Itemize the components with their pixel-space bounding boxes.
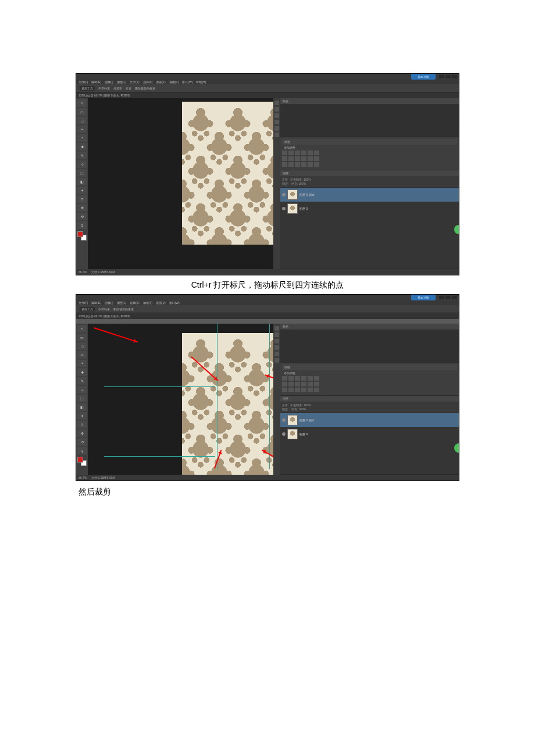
window-controls[interactable] — [439, 296, 457, 299]
eyedropper-tool[interactable]: ⌖ — [77, 360, 87, 367]
visibility-icon[interactable] — [282, 207, 286, 210]
layer-row[interactable]: 图层 0 副本 — [280, 188, 459, 202]
panel-icon[interactable] — [274, 345, 279, 350]
shape-tool[interactable]: ✥ — [77, 429, 87, 437]
eraser-tool[interactable]: ⬚ — [77, 395, 87, 402]
adjustments-panel[interactable]: 调整 添加调整 — [280, 363, 459, 396]
zoom-tool[interactable]: Q — [77, 447, 87, 454]
fill[interactable]: 填充: 100% — [291, 182, 306, 185]
menu-item[interactable]: 窗口(W) — [182, 80, 192, 84]
panel-icon[interactable] — [274, 107, 279, 112]
stamp-tool[interactable]: ⊹ — [77, 160, 87, 168]
panel-title[interactable]: 调整 — [282, 139, 457, 145]
layers-panel[interactable]: 图层 正常 不透明度: 100% 锁定: 填充: 100% 图层 0 副本 — [280, 170, 459, 269]
lock[interactable]: 锁定: — [282, 182, 288, 185]
panel-icon[interactable] — [274, 101, 279, 105]
panel-title[interactable]: 颜色 — [280, 98, 459, 104]
layer-row[interactable]: 图层 0 — [280, 427, 459, 441]
zoom-level[interactable]: 66.7% — [79, 270, 87, 274]
panel-icon[interactable] — [274, 339, 279, 343]
workspace-switcher[interactable]: 基本功能 — [411, 73, 436, 80]
pen-tool[interactable]: ✦ — [77, 187, 87, 194]
document-canvas[interactable] — [182, 333, 273, 475]
panel-icon[interactable] — [274, 332, 279, 337]
brush-tool[interactable]: ✎ — [77, 377, 87, 385]
opacity[interactable]: 不透明度: 100% — [290, 403, 311, 407]
toolbar[interactable]: ↖ ▭ ◌ ✂ ⌖ ✚ ✎ ⊹ ⬚ ◧ ✦ T ✥ ⟲ Q — [76, 324, 88, 475]
layer-thumbnail[interactable] — [287, 189, 298, 200]
layer-name[interactable]: 图层 0 — [299, 432, 308, 436]
panel-icon[interactable] — [274, 120, 279, 124]
menubar[interactable]: 文件(F) 编辑(E) 图像(I) 图层(L) 选择(S) 滤镜(T) 视图(V… — [76, 300, 459, 305]
toolbar[interactable]: ↖ ▭ ◌ ✂ ⌖ ✚ ✎ ⊹ ⬚ ◧ ✦ T ✥ ⟲ Q — [76, 98, 88, 269]
options-bar[interactable]: 裁剪工具 不受约束 分辨率 拉直 删除裁剪的像素 — [76, 84, 459, 92]
document-canvas[interactable] — [182, 102, 273, 245]
menu-item[interactable]: 编辑(E) — [91, 80, 101, 84]
menu-item[interactable]: 滤镜(T) — [156, 80, 165, 84]
guide-line[interactable] — [104, 456, 215, 457]
menu-item[interactable]: 视图(V) — [156, 301, 166, 304]
crop-tool[interactable]: ✂ — [77, 351, 87, 359]
crop-tool[interactable]: ✂ — [77, 126, 87, 133]
menu-item[interactable]: 图像(I) — [105, 80, 113, 84]
guide-line[interactable] — [104, 386, 215, 387]
color-swatch[interactable] — [77, 457, 87, 466]
panel-icon[interactable] — [274, 358, 279, 363]
layer-name[interactable]: 图层 0 — [299, 207, 308, 210]
window-controls[interactable] — [439, 75, 457, 78]
lasso-tool[interactable]: ◌ — [77, 117, 87, 124]
options-bar[interactable]: 裁剪工具 不受约束 删除裁剪的像素 — [76, 305, 459, 313]
move-tool[interactable]: ↖ — [77, 325, 87, 332]
opacity[interactable]: 不透明度: 100% — [290, 178, 311, 181]
stamp-tool[interactable]: ⊹ — [77, 386, 87, 393]
panel-icon[interactable] — [274, 132, 279, 137]
option[interactable]: 分辨率 — [113, 87, 122, 90]
layer-name[interactable]: 图层 0 副本 — [299, 193, 315, 196]
heal-tool[interactable]: ✚ — [77, 143, 87, 151]
panel-icon-strip[interactable] — [273, 98, 280, 269]
panel-icon-strip[interactable] — [273, 324, 280, 475]
layer-name[interactable]: 图层 0 副本 — [299, 418, 315, 422]
option[interactable]: 不受约束 — [98, 307, 110, 311]
panel-title[interactable]: 调整 — [282, 364, 457, 370]
visibility-icon[interactable] — [282, 432, 286, 436]
pen-tool[interactable]: ✦ — [77, 412, 87, 420]
layer-row[interactable]: 图层 0 — [280, 202, 459, 216]
menu-item[interactable]: 图层(L) — [117, 301, 126, 304]
canvas-area[interactable] — [88, 98, 273, 269]
blend-mode[interactable]: 正常 — [282, 178, 288, 181]
menu-item[interactable]: 图层(L) — [117, 80, 126, 84]
marquee-tool[interactable]: ▭ — [77, 334, 87, 341]
shape-tool[interactable]: ✥ — [77, 204, 87, 212]
zoom-level[interactable]: 66.7% — [79, 476, 87, 479]
tool-preset[interactable]: 裁剪工具 — [80, 307, 95, 311]
text-tool[interactable]: T — [77, 195, 87, 203]
panel-title[interactable]: 图层 — [280, 170, 459, 176]
panel-title[interactable]: 图层 — [280, 396, 459, 402]
panel-icon[interactable] — [274, 113, 279, 118]
zoom-tool[interactable]: Q — [77, 221, 87, 229]
color-panel[interactable]: 颜色 — [280, 98, 459, 137]
menu-item[interactable]: 图像(I) — [105, 301, 113, 304]
gradient-tool[interactable]: ◧ — [77, 178, 87, 185]
menu-item[interactable]: 视图(V) — [169, 80, 179, 84]
guide-line[interactable] — [269, 324, 270, 469]
text-tool[interactable]: T — [77, 421, 87, 428]
menu-item[interactable]: 帮助(H) — [196, 80, 206, 84]
layer-row[interactable]: 图层 0 副本 — [280, 413, 459, 427]
layer-thumbnail[interactable] — [287, 203, 298, 214]
menu-item[interactable]: 文字(Y) — [130, 80, 140, 84]
menu-item[interactable]: 选择(S) — [130, 301, 140, 304]
hand-tool[interactable]: ⟲ — [77, 438, 87, 446]
hand-tool[interactable]: ⟲ — [77, 213, 87, 220]
move-tool[interactable]: ↖ — [77, 99, 87, 107]
option[interactable]: 删除裁剪的像素 — [113, 307, 134, 311]
eyedropper-tool[interactable]: ⌖ — [77, 134, 87, 142]
panel-icon[interactable] — [274, 352, 279, 356]
panel-icon[interactable] — [274, 126, 279, 131]
layer-thumbnail[interactable] — [287, 429, 298, 439]
lasso-tool[interactable]: ◌ — [77, 342, 87, 350]
menubar[interactable]: 文件(F) 编辑(E) 图像(I) 图层(L) 文字(Y) 选择(S) 滤镜(T… — [76, 80, 459, 84]
option[interactable]: 拉直 — [126, 87, 131, 90]
menu-item[interactable]: 选择(S) — [143, 80, 153, 84]
